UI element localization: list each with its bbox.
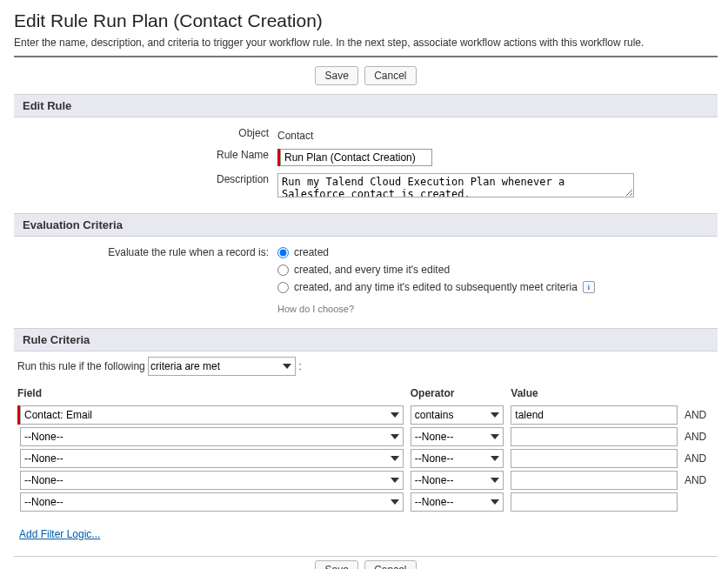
criteria-row: --None----None-- — [14, 492, 718, 512]
value-input[interactable] — [511, 405, 678, 425]
operator-select[interactable]: --None-- — [411, 471, 504, 490]
run-rule-label: Run this rule if the following — [17, 360, 145, 372]
and-label: AND — [681, 427, 718, 446]
radio-meets[interactable]: created, and any time it's edited to sub… — [277, 281, 712, 293]
divider — [14, 56, 718, 57]
add-filter-logic-link[interactable]: Add Filter Logic... — [19, 528, 100, 540]
and-label — [681, 492, 718, 512]
description-label: Description — [217, 173, 269, 185]
field-select[interactable]: --None-- — [20, 492, 404, 512]
cancel-button[interactable]: Cancel — [364, 560, 416, 569]
radio-created[interactable]: created — [277, 246, 712, 258]
save-button[interactable]: Save — [315, 560, 357, 569]
page-subtitle: Enter the name, description, and criteri… — [14, 37, 718, 49]
save-button[interactable]: Save — [315, 66, 357, 85]
operator-select[interactable]: contains — [411, 405, 504, 425]
cancel-button[interactable]: Cancel — [364, 66, 416, 85]
page-title: Edit Rule Run Plan (Contact Creation) — [14, 10, 718, 31]
radio-created-label: created — [294, 246, 329, 258]
field-select[interactable]: --None-- — [20, 471, 404, 490]
evaluation-radio-group: created created, and every time it's edi… — [277, 246, 712, 315]
rule-name-input[interactable] — [280, 149, 432, 166]
criteria-row: --None----None--AND — [14, 471, 718, 490]
how-do-i-choose-link[interactable]: How do I choose? — [277, 304, 354, 314]
radio-created-input[interactable] — [277, 247, 289, 258]
bottom-button-row: Save Cancel — [14, 557, 718, 569]
info-icon[interactable]: i — [583, 281, 595, 293]
rule-name-label: Rule Name — [217, 149, 269, 161]
object-label: Object — [238, 127, 269, 139]
radio-meets-label: created, and any time it's edited to sub… — [294, 281, 578, 293]
col-operator-header: Operator — [407, 385, 508, 403]
radio-edited[interactable]: created, and every time it's edited — [277, 264, 712, 276]
evaluate-label: Evaluate the rule when a record is: — [108, 246, 269, 258]
criteria-row: --None----None--AND — [14, 427, 718, 446]
run-rule-select[interactable]: criteria are met — [148, 357, 296, 376]
field-select[interactable]: --None-- — [20, 427, 404, 446]
description-input[interactable]: Run my Talend Cloud Execution Plan whene… — [277, 173, 634, 197]
criteria-table: Field Operator Value Contact: Emailconta… — [14, 383, 718, 514]
and-label: AND — [681, 449, 718, 468]
top-button-row: Save Cancel — [14, 63, 718, 94]
colon: : — [298, 360, 301, 372]
field-select[interactable]: --None-- — [20, 449, 404, 468]
and-label: AND — [681, 471, 718, 490]
radio-edited-input[interactable] — [277, 264, 289, 276]
value-input[interactable] — [511, 471, 678, 490]
and-label: AND — [681, 405, 718, 425]
rule-criteria-header: Rule Criteria — [14, 328, 718, 351]
field-select[interactable]: Contact: Email — [20, 405, 404, 425]
run-rule-row: Run this rule if the following criteria … — [14, 351, 718, 383]
object-value: Contact — [277, 127, 313, 142]
col-field-header: Field — [14, 385, 407, 403]
evaluation-table: Evaluate the rule when a record is: crea… — [14, 242, 718, 319]
edit-rule-header: Edit Rule — [14, 94, 718, 117]
criteria-row: --None----None--AND — [14, 449, 718, 468]
value-input[interactable] — [511, 492, 678, 512]
radio-edited-label: created, and every time it's edited — [294, 264, 450, 276]
operator-select[interactable]: --None-- — [411, 492, 504, 512]
col-value-header: Value — [507, 385, 681, 403]
criteria-row: Contact: EmailcontainsAND — [14, 405, 718, 425]
radio-meets-input[interactable] — [277, 282, 289, 293]
value-input[interactable] — [511, 449, 678, 468]
operator-select[interactable]: --None-- — [411, 427, 504, 446]
edit-rule-table: Object Contact Rule Name Description Run… — [14, 123, 718, 204]
evaluation-header: Evaluation Criteria — [14, 213, 718, 237]
operator-select[interactable]: --None-- — [411, 449, 504, 468]
value-input[interactable] — [511, 427, 678, 446]
